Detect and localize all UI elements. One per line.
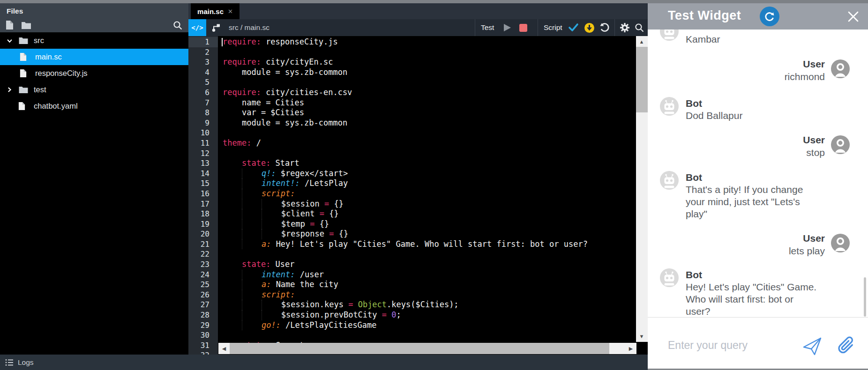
file-icon	[20, 69, 31, 78]
chat-history[interactable]: KambarUserrichmondBotDod BallapurUsersto…	[648, 30, 868, 317]
message-sender-label: User	[785, 58, 825, 70]
code-line-19: $temp = {}	[223, 219, 636, 229]
tree-item-test[interactable]: test	[0, 81, 188, 98]
file-icon	[18, 102, 30, 111]
attach-icon[interactable]	[837, 335, 856, 357]
toolbar-divider	[475, 19, 475, 36]
vertical-scroll-handle[interactable]	[636, 47, 648, 112]
line-number: 2	[188, 47, 218, 58]
scroll-up-icon[interactable]: ▲	[636, 36, 647, 47]
scroll-down-icon[interactable]: ▼	[636, 331, 647, 342]
flow-view-button[interactable]	[207, 19, 224, 36]
user-message: Userstop	[803, 133, 850, 159]
line-number: 14	[188, 169, 218, 179]
horizontal-scrollbar[interactable]: ◀ ▶	[218, 343, 636, 354]
toolbar-divider	[614, 19, 615, 36]
code-line-30	[223, 330, 636, 340]
close-icon[interactable]: ✕	[228, 8, 233, 15]
code-line-2	[223, 47, 636, 58]
message-sender-label: Bot	[686, 171, 803, 184]
chat-scroll-handle[interactable]	[864, 277, 866, 317]
bot-avatar-icon	[660, 30, 679, 41]
check-icon[interactable]	[568, 23, 579, 32]
download-icon[interactable]	[584, 23, 594, 33]
undo-icon[interactable]	[599, 22, 610, 33]
search-icon[interactable]	[173, 21, 182, 30]
chevron-right-icon[interactable]	[6, 86, 18, 93]
tree-item-src[interactable]: src	[0, 32, 188, 49]
message-text: Kambar	[686, 33, 720, 45]
logs-bar[interactable]: Logs	[0, 355, 648, 370]
code-line-18: $client = {}	[223, 209, 636, 219]
code-line-23: state: User	[223, 259, 636, 270]
files-header: Files	[0, 3, 188, 32]
line-number: 16	[188, 189, 218, 199]
script-label: Script	[544, 23, 562, 32]
message-text: Hey! Let's play "Cities" Game. Who will …	[686, 281, 816, 317]
line-number: 5	[188, 77, 218, 88]
code-line-3: require: city/cityEn.sc	[223, 57, 636, 67]
file-tree: srcmain.scresponseCity.jstestchatbot.yam…	[0, 32, 188, 114]
gear-icon[interactable]	[620, 22, 630, 33]
tree-item-chatbot-yaml[interactable]: chatbot.yaml	[0, 98, 188, 114]
tree-item-responsecity-js[interactable]: responseCity.js	[0, 65, 188, 81]
new-file-icon[interactable]	[6, 20, 14, 30]
code-editor[interactable]: 1234567891011121314151617181920212223242…	[188, 36, 648, 355]
code-line-20: $response = {}	[223, 229, 636, 239]
line-number-gutter: 1234567891011121314151617181920212223242…	[188, 36, 218, 355]
tab-main-sc[interactable]: main.sc ✕	[191, 3, 239, 19]
search-icon[interactable]	[635, 23, 644, 32]
code-lines: require: responseCity.jsrequire: city/ci…	[218, 36, 636, 355]
test-widget-panel: Test Widget KambarUserrichmondBotDod Bal…	[648, 3, 868, 370]
code-line-28: $session.prevBotCity = 0;	[223, 310, 636, 320]
line-number: 13	[188, 158, 218, 169]
line-number: 19	[188, 219, 218, 229]
code-line-1: require: responseCity.js	[223, 37, 636, 47]
line-number: 1	[188, 37, 218, 47]
editor-panel: main.sc ✕ </> src / main.sc Test Script	[188, 3, 648, 355]
editor-toolbar: </> src / main.sc Test Script	[188, 19, 648, 36]
code-line-6: require: city/cities-en.csv	[223, 88, 636, 98]
horizontal-scroll-handle[interactable]	[230, 343, 609, 354]
folder-icon	[18, 37, 30, 44]
code-line-29: go!: /LetsPlayCitiesGame	[223, 320, 636, 331]
code-line-26: script:	[223, 290, 636, 300]
code-line-5	[223, 77, 636, 88]
query-input[interactable]: Enter your query	[668, 339, 748, 352]
message-sender-label: User	[789, 232, 825, 244]
line-number: 28	[188, 310, 218, 320]
line-number: 23	[188, 259, 218, 270]
message-text: That's a pity! If you change your mind, …	[686, 184, 803, 220]
line-number: 24	[188, 270, 218, 280]
code-line-13: state: Start	[223, 158, 636, 169]
line-number: 6	[188, 88, 218, 98]
line-number: 30	[188, 330, 218, 340]
code-view-button[interactable]: </>	[188, 19, 206, 36]
close-icon[interactable]	[847, 11, 859, 22]
line-number: 7	[188, 98, 218, 108]
code-line-7: name = Cities	[223, 98, 636, 108]
refresh-button[interactable]	[760, 7, 779, 26]
chevron-down-icon[interactable]	[6, 37, 18, 44]
line-number: 11	[188, 138, 218, 148]
tree-item-label: chatbot.yaml	[34, 102, 78, 111]
line-number: 31	[188, 340, 218, 351]
vertical-scrollbar[interactable]: ▲ ▼	[636, 36, 648, 342]
code-line-11: theme: /	[223, 138, 636, 148]
code-line-24: intent: /user	[223, 270, 636, 280]
message-text: lets play	[789, 244, 825, 257]
scroll-right-icon[interactable]: ▶	[625, 343, 636, 354]
play-icon[interactable]	[504, 24, 511, 31]
code-line-4: module = sys.zb-common	[223, 67, 636, 78]
tree-item-label: src	[34, 36, 44, 45]
tree-item-main-sc[interactable]: main.sc	[0, 49, 188, 65]
scroll-left-icon[interactable]: ◀	[218, 343, 230, 354]
code-line-25: a: Name the city	[223, 280, 636, 290]
stop-icon[interactable]	[519, 24, 527, 32]
window-top-border	[0, 0, 868, 3]
message-sender-label: Bot	[686, 268, 816, 281]
line-number: 18	[188, 209, 218, 219]
send-icon[interactable]	[801, 335, 823, 357]
new-folder-icon[interactable]	[21, 21, 31, 30]
test-widget-header: Test Widget	[648, 3, 868, 30]
